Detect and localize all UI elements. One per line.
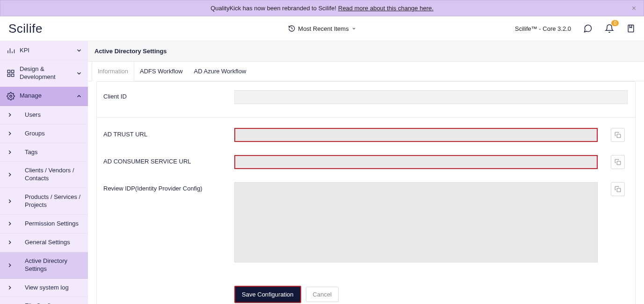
chevron-down-icon — [76, 70, 82, 77]
copy-idp-button[interactable] — [611, 182, 625, 196]
svg-rect-5 — [7, 70, 10, 72]
copy-icon — [615, 186, 621, 192]
sidebar-section-manage[interactable]: Manage — [0, 87, 88, 106]
sidebar-label: Design & Development — [20, 65, 71, 81]
sidebar-item-label: File Config — [18, 302, 82, 304]
form-row-trust-url: AD TRUST URL — [97, 118, 635, 148]
recent-items-label: Most Recent Items — [298, 25, 348, 32]
review-idp-textarea[interactable] — [234, 182, 598, 262]
form-card: Client ID AD TRUST URL AD CONSUME — [96, 81, 636, 304]
version-label: Scilife™ - Core 3.2.0 — [515, 25, 571, 32]
sidebar-item-label: Permission Settings — [18, 220, 82, 228]
svg-rect-8 — [12, 74, 14, 76]
chevron-right-icon — [7, 171, 13, 178]
chevron-down-icon — [352, 26, 356, 31]
logo: Scilife — [8, 21, 43, 36]
notifications-icon[interactable]: 0 — [605, 24, 614, 33]
chevron-right-icon — [7, 112, 13, 118]
kpi-icon — [7, 46, 15, 55]
notification-badge: 0 — [611, 20, 619, 26]
sidebar-label: KPI — [20, 47, 71, 55]
design-icon — [7, 69, 15, 78]
copy-consumer-url-button[interactable] — [611, 155, 625, 169]
svg-rect-12 — [617, 188, 621, 192]
copy-trust-url-button[interactable] — [611, 128, 625, 142]
sidebar-item-label: Tags — [18, 148, 82, 156]
client-id-label: Client ID — [101, 90, 234, 100]
banner-text: QualityKick has now been rebranded to Sc… — [210, 5, 336, 12]
form-actions: Save Configuration Cancel — [97, 269, 635, 304]
chat-icon[interactable] — [583, 24, 593, 33]
form-row-consumer-url: AD CONSUMER SERVICE URL — [97, 148, 635, 176]
client-id-input[interactable] — [234, 90, 628, 104]
ad-consumer-url-input[interactable] — [234, 155, 598, 169]
chevron-right-icon — [7, 220, 13, 227]
rebrand-banner: QualityKick has now been rebranded to Sc… — [0, 0, 644, 16]
content-area: Active Directory Settings Information AD… — [88, 41, 644, 304]
main-layout: KPI Design & Development Manage Users Gr… — [0, 41, 644, 304]
copy-icon — [615, 132, 621, 138]
sidebar-item-label: Users — [18, 111, 82, 119]
tab-information[interactable]: Information — [92, 62, 134, 81]
chevron-right-icon — [7, 198, 13, 205]
form-row-review-idp: Review IDP(Identity Provider Config) — [97, 176, 635, 269]
tab-azure[interactable]: AD Azure Workflow — [188, 62, 252, 81]
sidebar-item-users[interactable]: Users — [0, 106, 88, 125]
sidebar-item-label: Clients / Vendors / Contacts — [18, 167, 82, 183]
svg-rect-7 — [7, 74, 10, 76]
form-scroll[interactable]: Client ID AD TRUST URL AD CONSUME — [88, 81, 644, 304]
sidebar-item-label: Products / Services / Projects — [18, 193, 82, 209]
gear-icon — [7, 92, 15, 100]
sidebar-item-products[interactable]: Products / Services / Projects — [0, 188, 88, 215]
save-configuration-button[interactable]: Save Configuration — [234, 286, 301, 303]
sidebar-item-general-settings[interactable]: General Settings — [0, 233, 88, 252]
topbar-right: Scilife™ - Core 3.2.0 0 — [515, 24, 636, 33]
tab-bar: Information ADFS Workflow AD Azure Workf… — [88, 62, 644, 81]
chevron-right-icon — [7, 239, 13, 246]
sidebar-item-label: General Settings — [18, 239, 82, 247]
svg-rect-6 — [12, 70, 14, 72]
chevron-right-icon — [7, 149, 13, 156]
cancel-button[interactable]: Cancel — [306, 287, 339, 302]
chevron-right-icon — [7, 262, 13, 269]
svg-rect-10 — [617, 134, 621, 138]
svg-point-9 — [10, 95, 12, 98]
topbar: Scilife Most Recent Items Scilife™ - Cor… — [0, 16, 644, 41]
sidebar-section-kpi[interactable]: KPI — [0, 41, 88, 60]
chevron-up-icon — [76, 93, 82, 99]
ad-trust-url-input[interactable] — [234, 128, 598, 142]
sidebar-item-label: Groups — [18, 130, 82, 138]
bookmark-icon[interactable] — [626, 24, 636, 33]
sidebar-item-clients[interactable]: Clients / Vendors / Contacts — [0, 162, 88, 188]
tab-adfs[interactable]: ADFS Workflow — [134, 62, 188, 81]
banner-link[interactable]: Read more about this change here. — [338, 5, 434, 12]
banner-close-icon[interactable]: × — [632, 4, 636, 13]
sidebar-item-ad-settings[interactable]: Active Directory Settings — [0, 252, 88, 279]
sidebar-item-system-log[interactable]: View system log — [0, 279, 88, 297]
recent-items-dropdown[interactable]: Most Recent Items — [288, 25, 356, 32]
sidebar-label: Manage — [20, 92, 71, 100]
sidebar-section-design[interactable]: Design & Development — [0, 60, 88, 87]
page-title: Active Directory Settings — [88, 41, 644, 62]
sidebar-item-label: View system log — [18, 284, 82, 292]
sidebar-item-tags[interactable]: Tags — [0, 143, 88, 162]
sidebar-item-permission[interactable]: Permission Settings — [0, 215, 88, 233]
svg-rect-11 — [617, 161, 621, 165]
form-row-client-id: Client ID — [97, 82, 635, 118]
svg-rect-0 — [628, 25, 634, 32]
chevron-right-icon — [7, 130, 13, 137]
copy-icon — [615, 159, 621, 165]
chevron-right-icon — [7, 284, 13, 291]
ad-consumer-url-label: AD CONSUMER SERVICE URL — [101, 155, 234, 165]
chevron-down-icon — [76, 47, 82, 54]
sidebar-item-groups[interactable]: Groups — [0, 125, 88, 143]
sidebar-item-label: Active Directory Settings — [18, 257, 82, 273]
ad-trust-url-label: AD TRUST URL — [101, 128, 234, 138]
sidebar-item-file-config[interactable]: File Config — [0, 297, 88, 304]
sidebar: KPI Design & Development Manage Users Gr… — [0, 41, 88, 304]
history-icon — [288, 25, 295, 32]
review-idp-label: Review IDP(Identity Provider Config) — [101, 182, 234, 192]
